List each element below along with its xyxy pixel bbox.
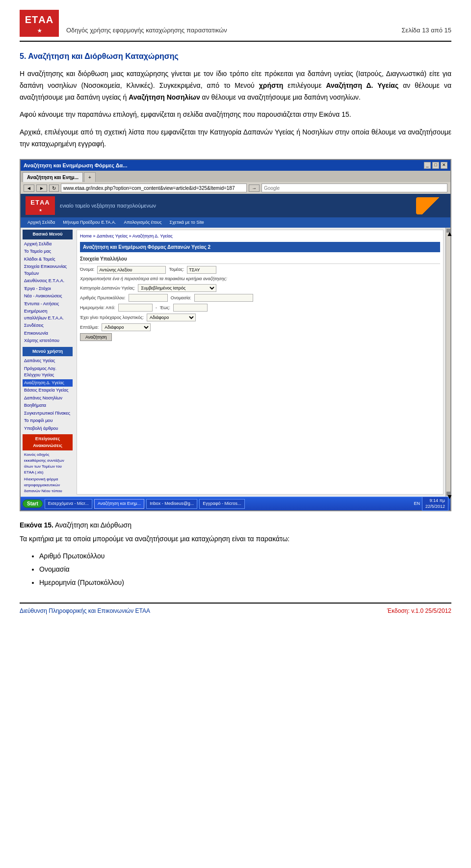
sidebar-item-submit[interactable]: Υποβολή άρθρου <box>23 425 73 433</box>
forward-btn[interactable]: ► <box>36 184 47 192</box>
date-to-input[interactable] <box>173 304 208 312</box>
sidebar-urgent-item1[interactable]: Κοινός οδηγός εκκαθάρισης συντάξων όλων … <box>23 451 73 476</box>
accounting-label: Έχει γίνει πρόεχαρος λογιστικός: <box>80 315 144 321</box>
accounting-row: Έχει γίνει πρόεχαρος λογιστικός: Αδιάφορ… <box>80 314 440 321</box>
sidebar-item-staff[interactable]: Ενημέρωση υπαλλήλων Ε.Τ.Α.Α. <box>23 308 73 322</box>
go-btn[interactable]: → <box>249 184 260 192</box>
name-label: Όνομα: <box>80 266 94 273</box>
figure-caption: Εικόνα 15. Αναζήτηση και Διόρθωση <box>20 520 451 530</box>
site-body: Βασικό Μενού Αρχική Σελίδα Το Ταμείο μας… <box>21 228 450 497</box>
close-btn[interactable]: ✕ <box>441 162 447 169</box>
category-label: Κατηγορία Δαπανών Υγείας: <box>80 285 135 292</box>
header-subtitle: Οδηγός χρήσης εφαρμογής καταχώρησης παρα… <box>66 26 227 37</box>
sidebar-item-forms[interactable]: Έντυπα - Αιτήσεις <box>23 300 73 308</box>
sidebar-item-home[interactable]: Αρχική Σελίδα <box>23 240 73 248</box>
site-logo: ΕΤAA ★ <box>26 196 55 215</box>
sidebar-item-projects[interactable]: Έργα - Στόχοι <box>23 285 73 293</box>
sidebar-item-health-expenses[interactable]: Δαπάνες Υγείας <box>23 357 73 365</box>
date-dash: - <box>156 305 157 312</box>
site-nav: Αρχική Σελίδα Μήνυμα Προέδρου Ε.ΤΑ.Α. Απ… <box>21 217 450 228</box>
logo-area: ΕΤAA ★ Οδηγός χρήσης εφαρμογής καταχώρησ… <box>20 10 227 37</box>
date-from-input[interactable] <box>118 304 153 312</box>
nav-annual[interactable]: Απολογισμός έτους <box>120 217 166 228</box>
maximize-btn[interactable]: □ <box>432 162 439 169</box>
active-tab[interactable]: Αναζήτηση και Ενημ... <box>23 172 83 182</box>
protocol-label: Αριθμός Πρωτοκόλλου: <box>80 295 126 302</box>
sidebar-item-fund[interactable]: Το Ταμείο μας <box>23 248 73 256</box>
refresh-btn[interactable]: ↻ <box>49 184 59 192</box>
scrollbar[interactable]: ▲ ▼ <box>445 228 450 497</box>
etaa-logo: ΕΤAA ★ <box>20 10 59 37</box>
para2: Αφού κάνουμε την παραπάνω επιλογή, εμφαν… <box>20 109 451 121</box>
sidebar-item-profile[interactable]: Το προφίλ μου <box>23 417 73 425</box>
sidebar-item-program[interactable]: Πρόγραμος Λογ. Ελέγχου Υγείας <box>23 365 73 379</box>
stamp-select[interactable]: Αδιάφορο <box>102 323 151 331</box>
sidebar-item-hospital[interactable]: Δαπάνες Νοσηλίων <box>23 395 73 402</box>
taskbar-item-3[interactable]: Inbox - Mediseus@g... <box>146 499 197 509</box>
figure-caption-text: Αναζήτηση και Διόρθωση <box>53 521 131 529</box>
sidebar-item-contact[interactable]: Επικοινωνία <box>23 330 73 338</box>
sidebar-item-contact-info[interactable]: Στοιχεία Επικοινωνίας Τομέων <box>23 263 73 277</box>
name-row: Όνομα: Τομέας: <box>80 266 440 274</box>
site-logo-sub: ★ <box>29 208 51 213</box>
name2-input[interactable] <box>194 294 253 302</box>
sector-label: Τομέας: <box>169 266 184 273</box>
site-header: ΕΤAA ★ ενιαίο ταμείο νεξάρτητα πασχολούμ… <box>21 194 450 217</box>
browser-controls[interactable]: _ □ ✕ <box>424 162 447 169</box>
name-input[interactable] <box>97 266 166 274</box>
para1: Η αναζήτησης και διόρθωση μιας καταχώρησ… <box>20 68 451 103</box>
sidebar-item-dirs[interactable]: Διευθύνσεις Ε.Τ.Α.Α. <box>23 277 73 285</box>
sidebar-urgent-item2[interactable]: Ηλεκτρονική φόρμα ιατροφαρμακευτικών δαπ… <box>23 476 73 495</box>
taskbar-item-4[interactable]: Εγγραφό - Micros... <box>199 499 244 509</box>
address-bar[interactable] <box>61 184 247 192</box>
criteria-list: Αριθμό Πρωτοκόλλου Ονομασία Ημερομηνία (… <box>39 551 451 588</box>
clock-time: 9:14 πμ <box>425 498 445 504</box>
figure-caption-bold: Εικόνα 15. <box>20 521 53 529</box>
taskbar-item-2[interactable]: Αναζήτηση και Ενημ... <box>94 499 144 509</box>
screenshot: Αναζήτηση και Ενημέρωση Φόρμες Δα... _ □… <box>20 159 451 512</box>
sidebar-user-title: Μενού χρήστη <box>23 347 73 357</box>
criteria-text: Χρησιμοποιήστε ένα ή περισσότερα από τα … <box>80 276 440 283</box>
browser-addressbar: ◄ ► ↻ → <box>21 182 450 194</box>
taskbar: Start Εισερχόμενα - Micr... Αναζήτηση κα… <box>21 497 450 510</box>
category-select[interactable]: Συμβεβλημένος Ιατρός <box>138 284 216 292</box>
sidebar-basic-title: Βασικό Μενού <box>23 230 73 239</box>
start-button[interactable]: Start <box>23 500 43 508</box>
main-content-area: Home » Δαπάνες Υγείας » Home » Δαπάνες Υ… <box>77 230 444 495</box>
name2-label: Ονομασία: <box>171 295 191 302</box>
form-section-title: Στοιχεία Υπαλλήλου <box>80 255 440 264</box>
sidebar-item-tables[interactable]: Συγκεντρωτικοί Πίνακες <box>23 410 73 418</box>
sidebar-item-sectors[interactable]: Κλάδοι & Τομείς <box>23 256 73 263</box>
sector-input[interactable] <box>187 266 216 274</box>
stamp-row: Επτάλμα: Αδιάφορο <box>80 323 440 331</box>
search-button[interactable]: Αναζήτηση <box>80 333 112 341</box>
browser-titlebar: Αναζήτηση και Ενημέρωση Φόρμες Δα... _ □… <box>21 160 450 171</box>
taskbar-item-1[interactable]: Εισερχόμενα - Micr... <box>45 499 92 509</box>
criteria-item-1: Αριθμό Πρωτοκόλλου <box>39 551 451 561</box>
protocol-input[interactable] <box>129 294 168 302</box>
sidebar-item-links[interactable]: Συνδέσεις <box>23 322 73 330</box>
minimize-btn[interactable]: _ <box>424 162 431 169</box>
sidebar-item-sitemap[interactable]: Χάρτης ιστοτόπου <box>23 337 73 345</box>
stamp-label: Επτάλμα: <box>80 324 99 331</box>
new-tab-btn[interactable]: + <box>84 172 96 182</box>
search-box[interactable] <box>262 184 447 192</box>
taskbar-clock: 9:14 πμ 22/5/2012 <box>422 497 448 511</box>
page-footer: Διεύθυνση Πληροφορικής και Επικοινωνιών … <box>20 603 451 615</box>
site-header-graphic <box>416 197 445 214</box>
date-label: Ημερομηνία: Από: <box>80 305 115 312</box>
breadcrumb-home[interactable]: Home <box>80 234 92 238</box>
nav-home[interactable]: Αρχική Σελίδα <box>24 217 59 228</box>
nav-president[interactable]: Μήνυμα Προέδρου Ε.ΤΑ.Α. <box>59 217 120 228</box>
sidebar-item-search-health[interactable]: Αναζήτηση Δ. Υγείας <box>23 379 73 387</box>
sidebar-item-databases[interactable]: Βάσεις Εταιρεία Υγείας <box>23 387 73 395</box>
site-tagline: ενιαίο ταμείο νεξάρτητα πασχολούμενων <box>60 202 411 210</box>
nav-about[interactable]: Σχετικά με το Site <box>166 217 208 228</box>
sidebar-item-news[interactable]: Νέα - Ανακοινώσεις <box>23 292 73 300</box>
sidebar-urgent-title: Επείγουσες Ανακοινώσεις <box>23 434 73 450</box>
back-btn[interactable]: ◄ <box>24 184 34 192</box>
sidebar-item-benefits[interactable]: Βοηθήματα <box>23 402 73 410</box>
breadcrumb-health[interactable]: Δαπάνες Υγείας <box>97 234 128 238</box>
accounting-select[interactable]: Αδιάφορο <box>147 314 196 321</box>
criteria-intro: Τα κριτήρια με τα οποία μπορούμε να αναζ… <box>20 533 451 545</box>
